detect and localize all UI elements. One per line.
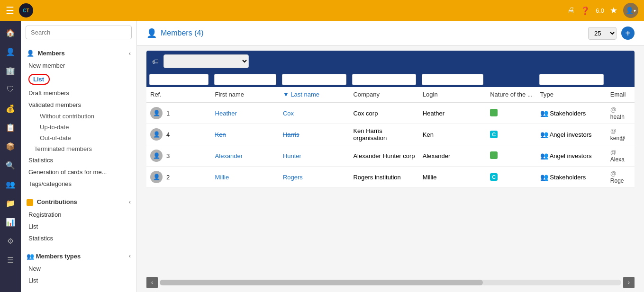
avatar[interactable]: 👤 ▾ bbox=[623, 3, 638, 18]
iconbar-box[interactable]: 📦 bbox=[2, 138, 18, 154]
col-ref[interactable]: Ref. bbox=[146, 87, 211, 102]
firstname-link[interactable]: Alexander bbox=[215, 152, 243, 159]
star-icon[interactable]: ★ bbox=[610, 5, 617, 16]
table-row: 👤 2 Millie Rogers Rogers institution Mil… bbox=[146, 167, 635, 188]
filter-dropdown[interactable] bbox=[163, 54, 249, 68]
contributions-icon bbox=[27, 199, 33, 206]
col-firstname[interactable]: First name bbox=[211, 87, 279, 102]
cell-lastname: Hunter bbox=[279, 145, 350, 167]
sidebar-without-contribution[interactable]: Without contribution bbox=[21, 111, 136, 122]
sidebar-validated-members[interactable]: Validated members bbox=[21, 99, 136, 111]
sidebar-types-new[interactable]: New bbox=[21, 263, 136, 274]
firstname-link[interactable]: Ken bbox=[215, 131, 226, 138]
sidebar-types-list[interactable]: List bbox=[21, 274, 136, 286]
members-types-label: 👥 Members types bbox=[27, 253, 81, 260]
per-page-select[interactable]: 25 10 50 100 bbox=[588, 27, 617, 40]
avatar-chevron: ▾ bbox=[634, 8, 636, 13]
members-section-header[interactable]: 👤 Members ‹ bbox=[21, 47, 136, 60]
sidebar-out-of-date[interactable]: Out-of-date bbox=[21, 133, 136, 143]
sidebar-statistics[interactable]: Statistics bbox=[21, 154, 136, 166]
scroll-left-button[interactable]: ‹ bbox=[146, 277, 158, 288]
table-row: 👤 4 Ken Harris Ken Harris organisation K… bbox=[146, 124, 635, 145]
firstname-link[interactable]: Heather bbox=[215, 110, 237, 117]
col-lastname[interactable]: ▼ Last name bbox=[279, 87, 350, 102]
iconbar-shield[interactable]: 🛡 bbox=[2, 81, 18, 97]
sidebar-up-to-date[interactable]: Up-to-date bbox=[21, 122, 136, 133]
col-email[interactable]: Email bbox=[607, 87, 635, 102]
members-types-section-header[interactable]: 👥 Members types ‹ bbox=[21, 250, 136, 263]
sidebar-generation-cards[interactable]: Generation of cards for me... bbox=[21, 166, 136, 178]
cell-type: 👥 Angel investors bbox=[536, 145, 607, 167]
cell-ref: 👤 4 bbox=[146, 124, 211, 145]
sidebar-draft-members[interactable]: Draft members bbox=[21, 87, 136, 99]
cell-company: Rogers institution bbox=[349, 167, 418, 188]
cell-login: Heather bbox=[419, 102, 486, 124]
iconbar-group[interactable]: 👥 bbox=[2, 176, 18, 192]
iconbar-list[interactable]: 📋 bbox=[2, 119, 18, 135]
members-title: Members (4) bbox=[161, 29, 204, 37]
lastname-link[interactable]: Rogers bbox=[283, 174, 303, 181]
iconbar-building[interactable]: 🏢 bbox=[2, 62, 18, 79]
members-types-icon: 👥 bbox=[27, 253, 34, 260]
members-section: 👤 Members ‹ New member List Draft member… bbox=[21, 44, 136, 193]
search-input[interactable] bbox=[26, 26, 132, 39]
iconbar-chart[interactable]: 📊 bbox=[2, 214, 18, 230]
iconbar-search[interactable]: 🔍 bbox=[2, 157, 18, 173]
search-bar bbox=[21, 21, 136, 44]
iconbar-home[interactable]: 🏠 bbox=[2, 25, 18, 41]
col-login[interactable]: Login bbox=[419, 87, 486, 102]
email-icon: @ bbox=[610, 170, 617, 177]
col-nature[interactable]: Nature of the ... bbox=[486, 87, 536, 102]
cell-firstname: Alexander bbox=[211, 145, 279, 167]
add-button[interactable]: + bbox=[621, 27, 635, 40]
scroll-right-button[interactable]: › bbox=[623, 277, 635, 288]
cell-nature bbox=[486, 102, 536, 124]
cell-ref: 👤 1 bbox=[146, 102, 211, 124]
sidebar-list[interactable]: List bbox=[21, 71, 136, 87]
cell-login: Ken bbox=[419, 124, 486, 145]
sidebar-new-member[interactable]: New member bbox=[21, 60, 136, 71]
cell-type: 👥 Angel investors bbox=[536, 124, 607, 145]
email-icon: @ bbox=[610, 106, 617, 113]
ref-value: 1 bbox=[166, 110, 170, 117]
help-icon[interactable]: ❓ bbox=[581, 6, 590, 15]
filter-lastname-input[interactable] bbox=[282, 74, 347, 85]
iconbar-user[interactable]: 👤 bbox=[2, 44, 18, 60]
scroll-thumb bbox=[160, 280, 483, 285]
members-header-label: 👤 Members bbox=[27, 50, 65, 57]
sidebar-contributions-list[interactable]: List bbox=[21, 221, 136, 232]
list-highlight[interactable]: List bbox=[28, 74, 50, 85]
icon-bar: 🏠 👤 🏢 🛡 💰 📋 📦 🔍 👥 📁 📊 ⚙ ☰ bbox=[0, 21, 21, 292]
lastname-link[interactable]: Cox bbox=[283, 110, 294, 117]
filter-ref-input[interactable] bbox=[149, 74, 209, 85]
member-avatar: 👤 bbox=[150, 171, 163, 183]
filter-firstname-input[interactable] bbox=[214, 74, 276, 85]
nature-badge: C bbox=[490, 173, 498, 181]
filter-type-input[interactable] bbox=[539, 74, 604, 85]
contributions-section-header[interactable]: Contributions ‹ bbox=[21, 195, 136, 209]
header-members-icon: 👤 bbox=[146, 28, 157, 38]
sidebar-contributions-statistics[interactable]: Statistics bbox=[21, 232, 136, 244]
ref-value: 2 bbox=[166, 174, 170, 181]
lastname-link[interactable]: Hunter bbox=[283, 152, 301, 159]
members-types-chevron: ‹ bbox=[129, 253, 131, 259]
col-company[interactable]: Company bbox=[349, 87, 418, 102]
filter-company-input[interactable] bbox=[352, 74, 416, 85]
firstname-link[interactable]: Millie bbox=[215, 174, 229, 181]
cell-nature bbox=[486, 145, 536, 167]
group-icon: 👥 bbox=[540, 109, 548, 117]
iconbar-money[interactable]: 💰 bbox=[2, 100, 18, 116]
sidebar-terminated-members[interactable]: Terminated members bbox=[21, 143, 136, 154]
ref-value: 4 bbox=[166, 131, 170, 138]
print-icon[interactable]: 🖨 bbox=[567, 6, 575, 15]
lastname-link[interactable]: Harris bbox=[283, 131, 299, 138]
filter-login-input[interactable] bbox=[422, 74, 483, 85]
hamburger-icon[interactable]: ☰ bbox=[6, 5, 14, 16]
iconbar-menu[interactable]: ☰ bbox=[2, 252, 18, 268]
avatar-icon: 👤 bbox=[626, 7, 634, 14]
col-type[interactable]: Type bbox=[536, 87, 607, 102]
iconbar-settings[interactable]: ⚙ bbox=[2, 233, 18, 249]
iconbar-folder[interactable]: 📁 bbox=[2, 195, 18, 211]
sidebar-tags-categories[interactable]: Tags/categories bbox=[21, 178, 136, 190]
sidebar-contributions-registration[interactable]: Registration bbox=[21, 209, 136, 221]
